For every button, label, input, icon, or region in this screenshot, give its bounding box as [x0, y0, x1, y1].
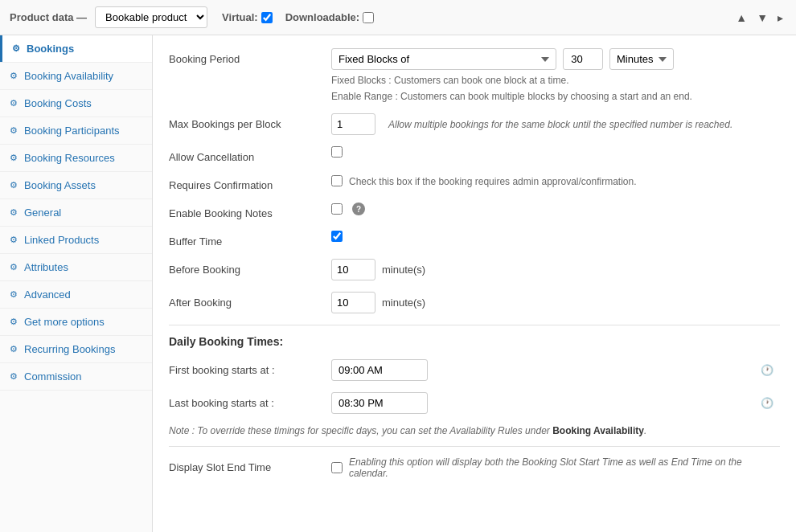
downloadable-label[interactable]: Downloadable:	[285, 11, 374, 23]
sidebar-item-booking-costs[interactable]: ⚙Booking Costs	[0, 90, 152, 117]
sidebar-item-booking-participants[interactable]: ⚙Booking Participants	[0, 117, 152, 144]
first-booking-time-wrapper: 🕐	[331, 359, 780, 381]
last-booking-row: Last booking starts at : 🕐	[169, 392, 780, 414]
product-data-body: ⚙Bookings⚙Booking Availability⚙Booking C…	[0, 35, 796, 532]
before-booking-control: minute(s)	[331, 259, 780, 280]
product-type-select[interactable]: Bookable product	[95, 6, 207, 28]
sidebar-item-general[interactable]: ⚙General	[0, 199, 152, 226]
first-booking-control: 🕐	[331, 359, 780, 381]
help-icon[interactable]: ?	[352, 203, 365, 215]
sidebar-item-label-get-more-options: Get more options	[24, 316, 105, 328]
main-content: Booking Period Fixed Blocks ofCustomer d…	[153, 35, 796, 532]
sidebar-item-attributes[interactable]: ⚙Attributes	[0, 254, 152, 280]
clock-icon-2: 🕐	[761, 397, 773, 409]
unit-select[interactable]: MinutesHoursDays	[609, 48, 674, 70]
sidebar-icon-booking-costs: ⚙	[8, 98, 19, 109]
expand-down-button[interactable]: ▼	[753, 10, 771, 26]
first-booking-input[interactable]	[331, 359, 428, 381]
sidebar-item-booking-availability[interactable]: ⚙Booking Availability	[0, 63, 152, 89]
before-booking-label: Before Booking	[169, 259, 322, 276]
requires-confirmation-inline: Check this box if the booking requires a…	[331, 174, 780, 187]
sidebar-item-linked-products[interactable]: ⚙Linked Products	[0, 227, 152, 253]
sidebar-item-label-attributes: Attributes	[24, 261, 68, 273]
display-slot-row: Display Slot End Time Enabling this opti…	[169, 456, 780, 479]
after-booking-unit: minute(s)	[382, 297, 425, 309]
enable-booking-notes-label: Enable Booking Notes	[169, 203, 322, 219]
requires-confirmation-checkbox[interactable]	[331, 175, 343, 186]
section-divider	[169, 325, 780, 325]
section-divider-2	[169, 446, 780, 447]
max-bookings-label: Max Bookings per Block	[169, 113, 322, 130]
sidebar-item-label-advanced: Advanced	[24, 289, 71, 301]
display-slot-checkbox[interactable]	[331, 462, 343, 473]
duration-input[interactable]	[563, 48, 603, 70]
hint-fixed-blocks: Fixed Blocks : Customers can book one bl…	[331, 75, 780, 86]
allow-cancellation-control	[331, 146, 780, 158]
sidebar-icon-get-more-options: ⚙	[8, 317, 19, 328]
last-booking-label: Last booking starts at :	[169, 392, 322, 409]
first-booking-label: First booking starts at :	[169, 359, 322, 376]
display-slot-desc: Enabling this option will display both t…	[349, 456, 780, 479]
sidebar-icon-advanced: ⚙	[8, 289, 19, 301]
sidebar-icon-general: ⚙	[8, 207, 19, 219]
collapse-button[interactable]: ▸	[774, 10, 786, 26]
sidebar-item-label-linked-products: Linked Products	[24, 234, 99, 246]
sidebar-item-label-commission: Commission	[24, 370, 82, 383]
sidebar-item-label-general: General	[24, 207, 61, 219]
sidebar-item-commission[interactable]: ⚙Commission	[0, 363, 152, 390]
product-data-header: Product data — Bookable product Virtual:…	[0, 0, 796, 35]
after-booking-label: After Booking	[169, 292, 322, 309]
sidebar-item-bookings[interactable]: ⚙Bookings	[0, 35, 152, 62]
sidebar-icon-attributes: ⚙	[8, 262, 19, 273]
after-booking-input[interactable]	[331, 292, 375, 313]
max-bookings-input[interactable]	[331, 113, 375, 135]
after-booking-row: After Booking minute(s)	[169, 292, 780, 313]
sidebar-icon-booking-resources: ⚙	[8, 153, 19, 164]
after-booking-inline: minute(s)	[331, 292, 780, 313]
sidebar-icon-bookings: ⚙	[10, 43, 22, 55]
requires-confirmation-desc: Check this box if the booking requires a…	[349, 176, 637, 187]
sidebar-item-get-more-options[interactable]: ⚙Get more options	[0, 309, 152, 335]
note-link: Booking Availability	[552, 425, 644, 436]
sidebar-item-label-booking-participants: Booking Participants	[24, 125, 120, 137]
enable-booking-notes-row: Enable Booking Notes ?	[169, 203, 780, 219]
booking-period-select[interactable]: Fixed Blocks ofCustomer defined blocks o…	[331, 48, 556, 70]
allow-cancellation-row: Allow Cancellation	[169, 146, 780, 163]
sidebar-item-booking-resources[interactable]: ⚙Booking Resources	[0, 145, 152, 171]
downloadable-checkbox[interactable]	[363, 12, 374, 23]
enable-booking-notes-checkbox[interactable]	[331, 203, 343, 215]
last-booking-time-wrapper: 🕐	[331, 392, 780, 414]
sidebar-item-label-recurring-bookings: Recurring Bookings	[24, 343, 115, 355]
first-booking-row: First booking starts at : 🕐	[169, 359, 780, 381]
sidebar-item-recurring-bookings[interactable]: ⚙Recurring Bookings	[0, 336, 152, 362]
requires-confirmation-control: Check this box if the booking requires a…	[331, 174, 780, 187]
requires-confirmation-row: Requires Confirmation Check this box if …	[169, 174, 780, 191]
before-booking-row: Before Booking minute(s)	[169, 259, 780, 280]
booking-period-row: Booking Period Fixed Blocks ofCustomer d…	[169, 48, 780, 102]
max-bookings-desc: Allow multiple bookings for the same blo…	[388, 119, 780, 130]
virtual-label[interactable]: Virtual:	[222, 11, 273, 23]
display-slot-label: Display Slot End Time	[169, 456, 322, 473]
buffer-time-label: Buffer Time	[169, 231, 322, 248]
expand-up-button[interactable]: ▲	[732, 10, 750, 26]
buffer-time-checkbox[interactable]	[331, 231, 343, 242]
sidebar: ⚙Bookings⚙Booking Availability⚙Booking C…	[0, 35, 153, 532]
sidebar-item-advanced[interactable]: ⚙Advanced	[0, 281, 152, 308]
sidebar-icon-recurring-bookings: ⚙	[8, 344, 19, 355]
sidebar-icon-commission: ⚙	[8, 371, 19, 383]
sidebar-item-booking-assets[interactable]: ⚙Booking Assets	[0, 172, 152, 198]
sidebar-icon-linked-products: ⚙	[8, 235, 19, 246]
header-arrows: ▲ ▼ ▸	[732, 10, 786, 26]
last-booking-input[interactable]	[331, 392, 428, 414]
daily-booking-times-title: Daily Booking Times:	[169, 335, 780, 348]
max-bookings-control: Allow multiple bookings for the same blo…	[331, 113, 780, 135]
booking-period-control: Fixed Blocks ofCustomer defined blocks o…	[331, 48, 780, 102]
sidebar-icon-booking-participants: ⚙	[8, 125, 19, 137]
before-booking-input[interactable]	[331, 259, 375, 280]
virtual-checkbox[interactable]	[261, 12, 273, 23]
allow-cancellation-checkbox[interactable]	[331, 146, 343, 158]
display-slot-inline: Enabling this option will display both t…	[331, 456, 780, 479]
product-data-label: Product data —	[10, 11, 87, 23]
booking-period-label: Booking Period	[169, 48, 322, 65]
sidebar-item-label-booking-availability: Booking Availability	[24, 70, 113, 82]
